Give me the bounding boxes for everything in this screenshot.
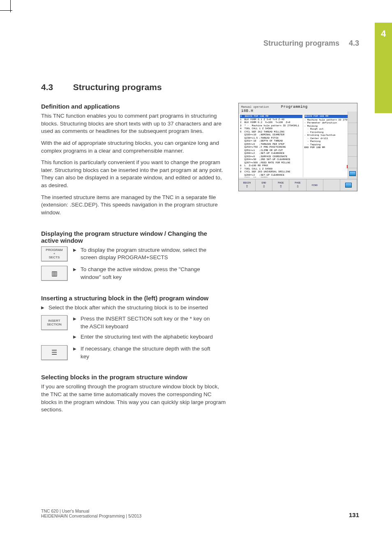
ss-left-lines: 1 BLK FORM 0.1 Z X+0 Y+0 Z-402 BLK FORM … [240,118,302,178]
definition-p2: With the aid of appropriate structuring … [41,139,226,155]
body: 4.3 Structuring programs Definition and … [41,82,357,418]
ss-side-box[interactable] [348,146,357,157]
page-number: 131 [349,511,359,518]
footer-lines: TNC 620 | User's Manual HEIDENHAIN Conve… [41,508,141,518]
ss-side-panel [348,111,357,179]
bullet: Enter the structuring text with the alph… [73,333,216,341]
bullets: To change the active window, press the "… [73,266,216,284]
layout-icon [345,183,352,188]
tnc-screenshot: Manual operation Programming 18B.H 0 BEG… [238,103,357,191]
ss-left-hl: 0 BEGIN PGM 18B MM [240,115,302,118]
arrow-up-icon: ⇧ [246,184,249,189]
softkey-structure-depth[interactable]: ☰ [41,345,67,360]
crop-mark-v [10,0,11,12]
ss-title-row: Manual operation Programming [239,103,357,109]
softkey-insert-section[interactable]: INSERT SECTION [41,315,67,330]
ss-softkey-row: BEGIN⇧ END⇩ PAGE⇧ PAGE⇩ FIND [239,179,357,191]
ss-file: 18B.H [239,109,357,114]
ss-columns: 0 BEGIN PGM 18B MM 1 BLK FORM 0.1 Z X+0 … [239,114,357,177]
chapter-number: 4 [375,28,392,39]
inserting-heading: Inserting a structuring block in the (le… [41,295,222,302]
bullet: Select the block after which the structu… [41,304,225,312]
ss-side-box[interactable] [348,134,357,146]
running-head-num: 4.3 [349,39,359,47]
footer-line2: HEIDENHAIN Conversational Programming | … [41,513,141,518]
ss-softkey-page-down[interactable]: PAGE⇩ [289,179,306,191]
ss-mode: Manual operation [241,105,269,109]
section-heading: 4.3 Structuring programs [41,82,357,92]
selecting-p1: If you are scrolling through the program… [41,383,226,414]
softkey-program-sects[interactable]: PROGRAM + SECTS [41,246,67,261]
bullet: To change the active window, press the "… [73,266,216,281]
bullet: To display the program structure window,… [73,246,216,262]
ss-side-box[interactable] [348,123,357,135]
ss-softkey-page-up[interactable]: PAGE⇧ [272,179,289,191]
ss-softkey-begin[interactable]: BEGIN⇧ [239,179,256,191]
split-window-icon: ▥ [51,269,58,277]
ss-softkey-end[interactable]: END⇩ [256,179,272,191]
instr-row: ☰ If necessary, change the structure dep… [41,345,357,363]
layout-icon [349,171,356,176]
ss-title: Programming [281,105,308,109]
definition-col: Definition and applications This TNC fun… [41,103,226,221]
definition-p3: This function is particularly convenient… [41,159,226,190]
running-head: Structuring programs 4.3 [263,39,359,48]
instr-row: ▥ To change the active window, press the… [41,266,357,284]
ss-softkey-layout[interactable] [340,179,357,191]
softkey-change-window[interactable]: ▥ [41,266,67,281]
bullets: To display the program structure window,… [73,246,216,265]
bullet: Press the INSERT SECTION soft key or the… [73,315,216,331]
bullet: If necessary, change the structure depth… [73,345,216,361]
instr-row: INSERT SECTION Press the INSERT SECTION … [41,315,357,344]
definition-p4: The inserted structure items are managed… [41,194,226,217]
bullets: If necessary, change the structure depth… [73,345,216,363]
arrow-up-icon: ⇧ [279,184,282,189]
arrow-down-icon: ⇩ [263,184,265,189]
ss-softkey-find[interactable]: FIND [307,179,323,191]
selecting-heading: Selecting blocks in the program structur… [41,374,357,381]
section-title: Structuring programs [73,82,162,92]
footer: TNC 620 | User's Manual HEIDENHAIN Conve… [41,508,359,518]
ss-side-box[interactable] [348,157,357,168]
figure-col: Manual operation Programming 18B.H 0 BEG… [238,103,357,191]
bullets: Select the block after which the structu… [41,304,357,312]
page: 4 Structuring programs 4.3 4.3 Structuri… [0,0,392,541]
ss-program-pane: 0 BEGIN PGM 18B MM 1 BLK FORM 0.1 Z X+0 … [239,114,303,177]
arrow-down-icon: ⇩ [296,184,299,189]
running-head-title: Structuring programs [263,39,339,47]
definition-row: Definition and applications This TNC fun… [41,103,357,221]
displaying-heading: Displaying the program structure window … [41,230,222,244]
indent-icon: ☰ [51,348,57,356]
ss-side-box[interactable] [348,168,357,180]
chapter-tab: 4 [375,23,392,113]
instr-row: PROGRAM + SECTS To display the program s… [41,246,357,265]
ss-side-box[interactable] [348,111,357,123]
bullets: Press the INSERT SECTION soft key or the… [73,315,216,344]
definition-heading: Definition and applications [41,103,226,110]
definition-p1: This TNC function enables you to comment… [41,112,226,135]
ss-softkey-blank[interactable] [323,179,340,191]
footer-line1: TNC 620 | User's Manual [41,508,141,513]
section-number: 4.3 [41,82,71,92]
